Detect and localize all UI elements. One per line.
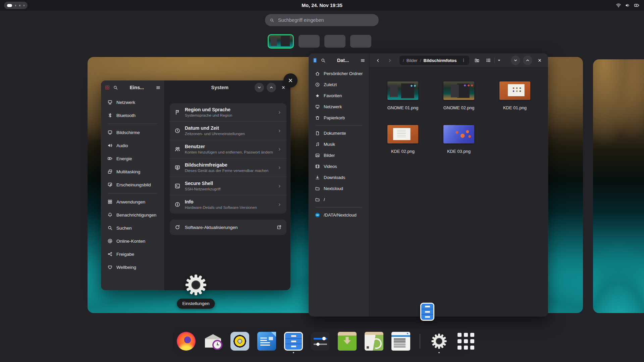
file-kde-01-png[interactable]: KDE 01.png	[488, 81, 542, 110]
files-sidebar-item-zuletzt[interactable]: Zuletzt	[312, 79, 366, 90]
settings-row-datum-und-zeit[interactable]: Datum und ZeitZeitzonen- und Uhreneinste…	[170, 121, 286, 140]
settings-sidebar-item-audio[interactable]: Audio	[104, 139, 161, 152]
info-icon	[174, 201, 180, 207]
system-status-area[interactable]	[616, 0, 639, 11]
file-thumbnail[interactable]	[387, 81, 418, 100]
files-sidebar-item-musik[interactable]: Musik	[312, 139, 366, 149]
wellbeing-icon	[107, 264, 113, 270]
file-thumbnail[interactable]	[443, 125, 474, 143]
network-icon	[107, 100, 113, 105]
settings-sidebar-item-bluetooth[interactable]: Bluetooth	[104, 109, 161, 121]
files-sidebar-item-papierkorb[interactable]: Papierkorb	[312, 113, 366, 123]
settings-row-secure-shell[interactable]: Secure ShellSSH-Netzwerkzugriff	[170, 177, 286, 195]
file-kde-03-png[interactable]: KDE 03.png	[432, 125, 486, 154]
file-gnome-02-png[interactable]: GNOME 02.png	[432, 81, 486, 110]
view-options-caret-icon[interactable]	[496, 58, 502, 63]
software-updates-row[interactable]: Software-Aktualisierungen	[170, 220, 286, 235]
sidebar-item-label: Papierkorb	[324, 115, 345, 120]
settings-sidebar-item-wellbeing[interactable]: Wellbeing	[104, 261, 161, 273]
file-kde-02-png[interactable]: KDE 02.png	[376, 125, 430, 154]
settings-row-region-und-sprache[interactable]: Region und SpracheSystemsprache und Regi…	[170, 103, 286, 121]
clock[interactable]: Mo, 24. Nov 19:35	[302, 0, 342, 11]
settings-row-benutzer[interactable]: BenutzerKonten hinzufügen und entfernen,…	[170, 140, 286, 158]
settings-search-icon[interactable]	[113, 85, 118, 90]
settings-sidebar-item-online-konten[interactable]: Online-Konten	[104, 235, 161, 247]
workspace-thumbnail-2[interactable]	[299, 35, 320, 48]
active-workspace-pill	[7, 4, 12, 7]
dock-item-mail-icon[interactable]	[204, 332, 222, 351]
breadcrumb[interactable]: / Bilder / Bildschirmfotos	[399, 56, 469, 65]
overview-window-close-button[interactable]	[283, 73, 298, 87]
adjacent-workspace-preview[interactable]	[593, 59, 644, 313]
workspace-thumbnail-1[interactable]	[268, 34, 294, 49]
dock-item-logs-icon[interactable]	[391, 332, 410, 351]
workspace-indicator[interactable]	[4, 2, 28, 9]
workspace-thumbnail-3[interactable]	[324, 35, 345, 48]
files-sidebar-item-data-nextcloud[interactable]: /DATA/Nextcloud	[312, 210, 366, 220]
dock-item-appgrid-icon[interactable]	[457, 332, 475, 351]
file-thumbnail[interactable]	[499, 81, 530, 100]
settings-sidebar-item-anwendungen[interactable]: Anwendungen	[104, 196, 161, 208]
chevron-up-icon[interactable]	[523, 56, 532, 65]
files-sidebar-item-dokumente[interactable]: Dokumente	[312, 128, 366, 138]
file-thumbnail[interactable]	[443, 81, 474, 100]
settings-sidebar-item-freigabe[interactable]: Freigabe	[104, 248, 161, 260]
settings-sidebar-item-bildschirme[interactable]: Bildschirme	[104, 126, 161, 138]
settings-sidebar-item-suchen[interactable]: Suchen	[104, 222, 161, 234]
search-folder-icon[interactable]	[473, 56, 481, 65]
forward-button[interactable]	[385, 56, 394, 65]
dock-item-writer-icon[interactable]	[257, 332, 276, 351]
sidebar-item-label: Bluetooth	[116, 113, 136, 118]
workspace-thumbnail-4[interactable]	[350, 35, 371, 48]
chevron-down-icon[interactable]	[511, 56, 520, 65]
file-grid: GNOME 01.pngGNOME 02.pngKDE 01.pngKDE 02…	[369, 67, 548, 154]
hamburger-menu-icon[interactable]	[360, 58, 365, 63]
search-input[interactable]	[277, 17, 374, 23]
settings-sidebar-item-netzwerk[interactable]: Netzwerk	[104, 96, 161, 108]
clock-icon	[174, 128, 180, 134]
settings-sidebar-item-erscheinungsbild[interactable]: Erscheinungsbild	[104, 179, 161, 191]
settings-sidebar-item-multitasking[interactable]: Multitasking	[104, 166, 161, 178]
files-window[interactable]: Dat... Persönlicher OrdnerZuletztFavorit…	[309, 54, 548, 316]
files-sidebar-item-bilder[interactable]: Bilder	[312, 150, 366, 161]
close-icon[interactable]	[535, 56, 544, 65]
files-cabinet-app-icon[interactable]	[420, 303, 434, 321]
dock-item-files-icon[interactable]	[284, 332, 303, 351]
battery-icon	[634, 3, 639, 8]
files-sidebar-item-item[interactable]: /	[312, 194, 366, 205]
dock-item-firefox-icon[interactable]	[177, 332, 196, 351]
files-sidebar-item-netzwerk[interactable]: Netzwerk	[312, 102, 366, 112]
settings-row-info[interactable]: InfoHardware-Details und Software-Versio…	[170, 195, 286, 214]
settings-sidebar-item-benachrichtigungen[interactable]: Benachrichtigungen	[104, 209, 161, 221]
file-thumbnail[interactable]	[387, 125, 418, 143]
list-view-icon[interactable]	[484, 56, 493, 65]
file-gnome-01-png[interactable]: GNOME 01.png	[376, 81, 430, 110]
breadcrumb-item[interactable]: Bilder	[407, 58, 418, 63]
dock-item-tweaks-icon[interactable]	[311, 332, 330, 351]
breadcrumb-menu-icon[interactable]	[461, 58, 466, 63]
hamburger-menu-icon[interactable]	[156, 85, 161, 90]
dock-item-settings-icon[interactable]	[430, 332, 448, 351]
files-sidebar-item-persönlicher-ordner[interactable]: Persönlicher Ordner	[312, 68, 366, 79]
settings-sidebar-item-energie[interactable]: Energie	[104, 153, 161, 165]
files-sidebar-item-downloads[interactable]: Downloads	[312, 172, 366, 183]
dock-item-player-icon[interactable]	[230, 332, 249, 351]
settings-gear-app-icon[interactable]	[183, 273, 208, 297]
files-sidebar-item-favoriten[interactable]: Favoriten	[312, 90, 366, 101]
settings-row-bildschirmfreigabe[interactable]: BildschirmfreigabeDieses Gerät aus der F…	[170, 158, 286, 177]
sidebar-item-label: Audio	[116, 143, 128, 148]
chevron-up-icon[interactable]	[267, 83, 276, 92]
chevron-down-icon[interactable]	[255, 83, 264, 92]
dock-item-update-icon[interactable]	[365, 332, 383, 351]
sidebar-item-label: Benachrichtigungen	[116, 213, 156, 218]
dock-item-install-icon[interactable]	[338, 332, 357, 351]
files-search-icon[interactable]	[321, 58, 326, 63]
workspace-dot	[23, 5, 24, 6]
back-button[interactable]	[373, 56, 382, 65]
files-sidebar-item-nextcloud[interactable]: Nextcloud	[312, 183, 366, 194]
apps-icon	[107, 199, 113, 204]
sidebar-item-label: Videos	[324, 164, 337, 169]
settings-window[interactable]: Eins... NetzwerkBluetoothBildschirmeAudi…	[101, 80, 290, 290]
breadcrumb-item-current[interactable]: Bildschirmfotos	[424, 58, 457, 63]
files-sidebar-item-videos[interactable]: Videos	[312, 161, 366, 172]
